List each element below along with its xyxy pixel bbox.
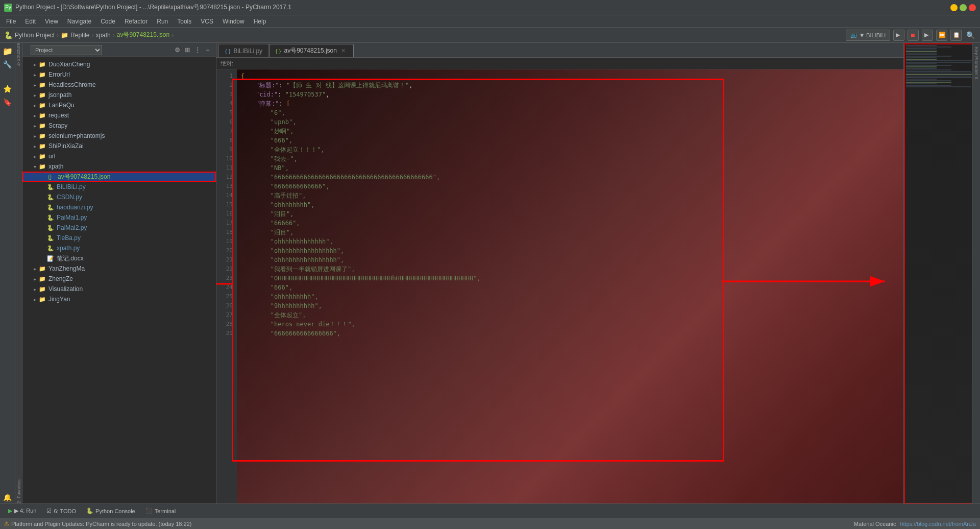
tree-item[interactable]: ▸📁ShiPinXiaZai xyxy=(22,141,216,151)
project-scope-select[interactable]: Project xyxy=(31,45,102,55)
panel-minimize-icon[interactable]: − xyxy=(204,46,212,54)
tree-item[interactable]: 🐍TieBa.py xyxy=(22,233,216,243)
bilibili-dropdown[interactable]: 📺 ▼ BILIBiLi xyxy=(846,30,890,41)
minimap-line xyxy=(906,51,937,52)
tree-item[interactable]: ▸📁JingYan xyxy=(22,294,216,304)
line-number: 11 xyxy=(216,163,233,173)
stop-btn[interactable]: ⏹ xyxy=(908,30,919,41)
tree-item[interactable]: {}av号90748215.json xyxy=(22,172,216,182)
code-line: "66666", xyxy=(241,219,899,228)
favorites-label[interactable]: 2: Favorites xyxy=(16,474,21,503)
minimap-line xyxy=(906,80,951,81)
minimap-line xyxy=(906,76,971,77)
code-container: 1234567891011121314151617181920212223242… xyxy=(216,69,903,503)
minimap-line xyxy=(906,66,937,67)
menu-item-code[interactable]: Code xyxy=(96,17,119,26)
status-right: Material Oceanic https://blog.csdn.net/f… xyxy=(854,521,976,527)
tree-item[interactable]: ▸📁ZhengZe xyxy=(22,274,216,284)
window-controls[interactable]: − □ ✕ xyxy=(950,4,976,11)
tree-item[interactable]: 🐍PaiMai2.py xyxy=(22,223,216,233)
theme-label: Material Oceanic xyxy=(854,521,896,527)
tab-json[interactable]: { } av号90748215.json ✕ xyxy=(269,44,354,57)
menu-item-file[interactable]: File xyxy=(2,17,20,26)
tree-arrow-icon: ▸ xyxy=(31,92,39,98)
breadcrumb-project[interactable]: Python Project xyxy=(15,32,55,39)
breadcrumb-reptile[interactable]: Reptile xyxy=(70,32,89,39)
menu-item-window[interactable]: Window xyxy=(218,17,249,26)
panel-gear-icon[interactable]: ⚙ xyxy=(173,46,181,54)
structure-view-icon[interactable]: 🔧 xyxy=(2,58,14,70)
tree-item[interactable]: ▸📁ErrorUrl xyxy=(22,69,216,80)
code-line: "6666666666666", xyxy=(241,182,899,191)
notifications-icon[interactable]: 🔔 xyxy=(2,491,14,503)
tree-item[interactable]: ▸📁DuoXianCheng xyxy=(22,59,216,69)
folder-icon: 📁 xyxy=(39,112,47,119)
py-file-icon: 🐍 xyxy=(47,204,55,211)
minimap-line xyxy=(906,62,971,63)
tree-item[interactable]: ▸📁Scrapy xyxy=(22,121,216,131)
tree-item[interactable]: ▸📁request xyxy=(22,110,216,121)
menu-item-tools[interactable]: Tools xyxy=(173,17,195,26)
menu-item-vcs[interactable]: VCS xyxy=(197,17,217,26)
folder-icon: 📁 xyxy=(39,92,47,99)
panel-layout-icon[interactable]: ⊞ xyxy=(183,46,191,54)
menu-item-help[interactable]: Help xyxy=(250,17,271,26)
tree-item[interactable]: ▸📁HeadlessChrome xyxy=(22,80,216,90)
tree-item[interactable]: ▸📁jsonpath xyxy=(22,90,216,100)
tree-item[interactable]: 🐍CSDN.py xyxy=(22,192,216,202)
tab-bilibili-label: BiLIBiLi.py xyxy=(233,47,262,55)
menu-item-navigate[interactable]: Navigate xyxy=(63,17,95,26)
run-config-btn[interactable]: ▶ xyxy=(893,30,904,41)
run-btn2[interactable]: ▶ xyxy=(922,30,933,41)
search-everywhere-btn[interactable]: 🔍 xyxy=(965,30,976,41)
line-number: 4 xyxy=(216,99,233,108)
tree-item[interactable]: 🐍BiLIBiLi.py xyxy=(22,182,216,192)
tree-item[interactable]: ▸📁selenium+phantomjs xyxy=(22,131,216,141)
tree-item[interactable]: ▾📁xpath xyxy=(22,161,216,172)
tree-item[interactable]: 📝笔记.docx xyxy=(22,253,216,263)
code-line: { xyxy=(241,71,899,81)
right-minimap-panel: Key Promoter X xyxy=(903,43,980,503)
tab-close-icon[interactable]: ✕ xyxy=(340,47,347,55)
minimap-line xyxy=(906,63,937,64)
tree-item[interactable]: ▸📁url xyxy=(22,151,216,161)
menu-item-run[interactable]: Run xyxy=(153,17,172,26)
tree-item[interactable]: ▸📁Visualization xyxy=(22,284,216,294)
key-promoter-tab[interactable]: Key Promoter X xyxy=(974,43,979,80)
breadcrumb-xpath[interactable]: xpath xyxy=(95,32,110,39)
menu-item-refactor[interactable]: Refactor xyxy=(120,17,152,26)
tab-bilibili[interactable]: { } BiLIBiLi.py xyxy=(218,44,269,57)
debug-btn[interactable]: ⏩ xyxy=(936,30,947,41)
structure-label[interactable]: Z-Structure xyxy=(16,43,21,71)
code-line: "我去—", xyxy=(241,154,899,163)
close-button[interactable]: ✕ xyxy=(969,4,976,11)
bilibili-icon: 📺 xyxy=(850,32,857,38)
tree-item-label: TieBa.py xyxy=(57,234,81,242)
favorites-icon[interactable]: ⭐ xyxy=(2,83,14,95)
terminal-button[interactable]: ⬛ Terminal xyxy=(141,506,180,517)
line-number: 27 xyxy=(216,310,233,320)
run-button[interactable]: ▶ ▶ 4: Run xyxy=(4,506,40,517)
tree-item[interactable]: ▸📁YanZhengMa xyxy=(22,263,216,274)
tree-item[interactable]: 🐍xpath.py xyxy=(22,243,216,253)
minimap[interactable] xyxy=(904,43,980,503)
menu-item-view[interactable]: View xyxy=(41,17,62,26)
menu-item-edit[interactable]: Edit xyxy=(21,17,40,26)
bookmarks-icon[interactable]: 🔖 xyxy=(2,96,14,108)
tree-item[interactable]: 🐍PaiMai1.py xyxy=(22,212,216,223)
maximize-button[interactable]: □ xyxy=(960,4,967,11)
minimize-button[interactable]: − xyxy=(950,4,958,11)
minimap-line xyxy=(906,54,937,55)
coverage-btn[interactable]: 📋 xyxy=(950,30,962,41)
line-number: 28 xyxy=(216,320,233,329)
python-console-button[interactable]: 🐍 Python Console xyxy=(82,506,139,517)
tree-item[interactable]: ▸📁LanPaQu xyxy=(22,100,216,110)
line-number: 13 xyxy=(216,182,233,191)
tree-item[interactable]: 🐍haoduanzi.py xyxy=(22,202,216,212)
todo-button[interactable]: ☑ 6: TODO xyxy=(42,506,80,517)
panel-more-icon[interactable]: ⋮ xyxy=(193,46,202,54)
breadcrumb-file[interactable]: av号90748215.json xyxy=(117,31,169,39)
project-view-icon[interactable]: 📁 xyxy=(2,45,14,57)
tree-arrow-icon: ▸ xyxy=(31,266,39,272)
code-line: "cid:": "154970537", xyxy=(241,90,899,99)
